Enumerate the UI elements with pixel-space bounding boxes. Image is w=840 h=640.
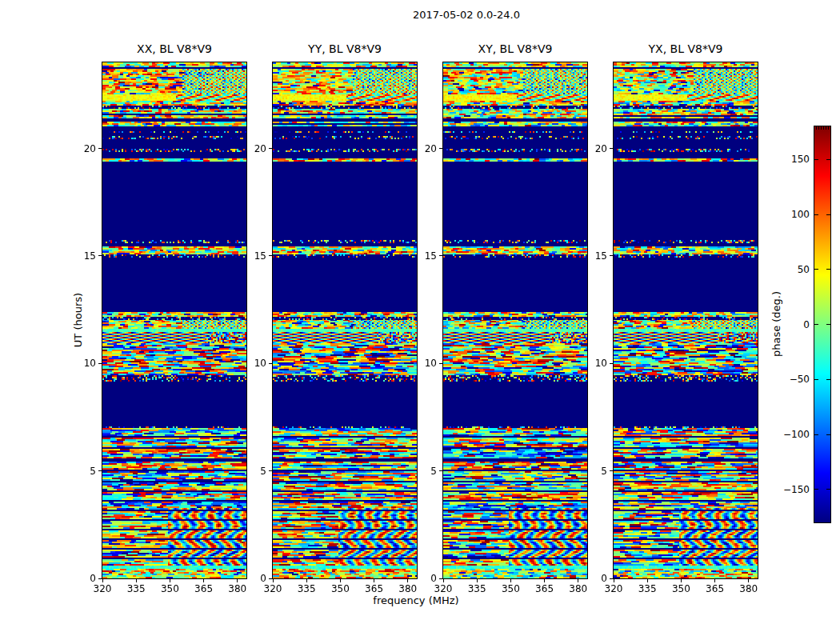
subplot-yx: YX, BL V8*V9 05101520320335350365380 [614,62,758,578]
colorbar-tick-label: −150 [782,483,810,496]
y-tick [610,363,613,364]
y-tick-label: 5 [244,465,266,478]
colorbar-tick [814,159,818,160]
colorbar-tick-label: 50 [782,263,810,276]
x-tick-label: 320 [86,583,118,594]
x-tick-label: 320 [257,583,289,594]
subplot-xy: XY, BL V8*V9 05101520320335350365380 [443,62,587,578]
x-tick [510,579,511,582]
x-tick-label: 320 [427,583,459,594]
y-tick-label: 10 [74,357,96,370]
x-tick [407,579,408,582]
colorbar-tick [826,159,830,160]
y-tick-label: 15 [74,250,96,262]
figure-title: 2017-05-02 0.0-24.0 [413,9,520,21]
colorbar-minor-tick [818,126,819,130]
y-tick [439,363,442,364]
x-tick [306,579,307,582]
x-tick [614,579,614,582]
y-tick [98,148,102,149]
x-tick [374,579,374,582]
y-tick-label: 20 [414,142,437,155]
x-tick-label: 335 [631,583,663,594]
y-tick [269,255,272,256]
y-tick [269,578,272,579]
x-tick [647,579,648,582]
x-tick [544,579,545,582]
colorbar-tick [814,269,818,270]
y-tick-label: 15 [585,250,607,262]
x-tick [102,579,103,582]
waterfall-heatmap-xy [443,62,587,578]
subplot-title-yx: YX, BL V8*V9 [649,42,723,55]
y-tick [98,363,102,364]
x-tick-label: 350 [154,583,186,594]
x-tick-label: 350 [665,583,697,594]
colorbar-tick [814,379,818,380]
y-tick [439,148,442,149]
y-axis-label: UT (hours) [72,293,84,347]
x-tick [340,579,341,582]
x-tick-label: 365 [188,583,220,594]
x-tick [578,579,578,582]
y-tick-label: 20 [74,142,96,155]
subplot-title-xy: XY, BL V8*V9 [478,42,553,55]
colorbar-tick-label: −50 [782,373,810,386]
y-tick-label: 10 [585,357,607,370]
y-tick-label: 5 [74,465,96,478]
y-tick [610,578,613,579]
x-tick [681,579,682,582]
y-tick [269,363,272,364]
x-tick-label: 380 [392,583,424,594]
colorbar-tick [826,214,830,215]
y-tick [98,470,102,471]
colorbar-tick [826,379,830,380]
colorbar: −150−100−50050100150 [814,126,830,522]
y-tick-label: 5 [585,465,607,478]
x-tick [477,579,478,582]
colorbar-tick-label: −100 [782,428,810,441]
x-tick-label: 365 [699,583,731,594]
x-tick [237,579,238,582]
y-tick [98,255,102,256]
y-tick-label: 10 [244,357,266,370]
waterfall-heatmap-xx [102,62,246,578]
colorbar-minor-tick [828,126,829,130]
y-tick [439,255,442,256]
colorbar-tick-label: 0 [782,318,810,331]
colorbar-minor-tick [816,126,817,130]
colorbar-tick-label: 100 [782,208,810,221]
x-tick [273,579,274,582]
x-tick [203,579,204,582]
x-tick [714,579,715,582]
subplot-xx: XX, BL V8*V9 05101520320335350365380 [102,62,246,578]
waterfall-heatmap-yx [614,62,758,578]
x-tick-label: 365 [358,583,390,594]
colorbar-tick [814,489,818,490]
x-axis-label: frequency (MHz) [373,594,458,606]
y-tick-label: 5 [414,465,437,478]
y-tick [610,148,613,149]
y-tick-label: 20 [244,142,266,155]
x-tick-label: 350 [324,583,356,594]
x-tick [136,579,137,582]
colorbar-tick [826,434,830,435]
y-tick [610,255,613,256]
y-tick-label: 20 [585,142,607,155]
colorbar-minor-tick [821,126,822,130]
colorbar-tick [826,489,830,490]
y-tick-label: 15 [244,250,266,262]
subplot-title-xx: XX, BL V8*V9 [137,42,212,55]
y-tick [610,470,613,471]
colorbar-minor-tick [826,126,826,130]
subplot-title-yy: YY, BL V8*V9 [308,42,382,55]
colorbar-minor-tick [823,126,824,130]
x-tick-label: 335 [120,583,152,594]
x-tick [748,579,749,582]
x-tick-label: 380 [562,583,594,594]
colorbar-tick [826,324,830,325]
subplot-yy: YY, BL V8*V9 05101520320335350365380 [273,62,417,578]
colorbar-tick [826,269,830,270]
x-tick-label: 320 [598,583,630,594]
x-tick-label: 380 [222,583,254,594]
